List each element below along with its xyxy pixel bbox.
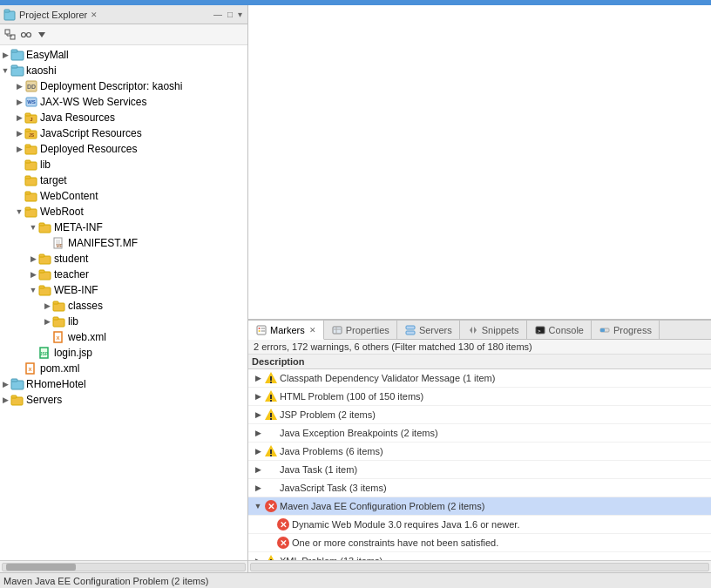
svg-point-6 (22, 32, 26, 37)
svg-rect-33 (25, 207, 30, 210)
tree-item-lib2[interactable]: ▶ lib (0, 314, 247, 329)
svg-rect-31 (25, 192, 30, 194)
tree-item-lib[interactable]: ▶ lib (0, 157, 247, 172)
description-column-header: Description (252, 356, 305, 367)
project-explorer-icon (3, 9, 16, 21)
markers-row-java-exception[interactable]: ▶ Java Exception Breakpoints (2 items) (248, 424, 711, 443)
tree-item-kaoshi[interactable]: ▼ kaoshi (0, 63, 247, 78)
tab-markers-close[interactable]: ✕ (309, 326, 316, 335)
row-icon-maven-sub1: ✕ (276, 517, 290, 531)
row-arrow-java-task: ▶ (252, 465, 264, 474)
tab-progress-label: Progress (613, 325, 652, 335)
tree-item-rhomehotel[interactable]: ▶ RHomeHotel (0, 376, 247, 392)
left-scrollbar[interactable] (0, 560, 247, 572)
row-icon-java-task (264, 463, 278, 476)
markers-row-maven-sub2[interactable]: ✕ One or more constraints have not been … (248, 534, 711, 552)
tree-item-webxml[interactable]: ▶ X web.xml (0, 329, 247, 345)
tree-arrow-webroot: ▼ (14, 207, 24, 216)
tab-progress[interactable]: Progress (592, 321, 660, 340)
tree-item-javascript-resources[interactable]: ▶ JS JavaScript Resources (0, 125, 247, 141)
tree-label-webroot: WebRoot (40, 206, 84, 218)
svg-text:J: J (30, 117, 32, 122)
webcontent-icon (24, 189, 38, 203)
tree-label-pomxml: pom.xml (40, 362, 79, 375)
tree-item-teacher[interactable]: ▶ teacher (0, 267, 247, 282)
link-with-editor-btn[interactable] (19, 28, 33, 42)
filter-info-row: 2 errors, 172 warnings, 6 others (Filter… (248, 340, 711, 355)
tree-label-kaoshi: kaoshi (26, 64, 57, 77)
row-icon-java-problems (264, 444, 278, 458)
tab-snippets[interactable]: Snippets (460, 321, 527, 340)
tree-item-deployment[interactable]: ▶ DD Deployment Descriptor: kaoshi (0, 78, 247, 94)
left-scrollbar-thumb[interactable] (6, 564, 76, 571)
tree-item-servers[interactable]: ▶ Servers (0, 392, 247, 408)
tree-item-webcontent[interactable]: ▶ WebContent (0, 188, 247, 204)
markers-row-maven-config[interactable]: ▼ ✕ Maven Java EE Configuration Problem … (248, 497, 711, 516)
row-arrow-java-problems: ▶ (252, 447, 264, 456)
svg-text:WS: WS (27, 99, 36, 105)
tree-item-loginjsp[interactable]: ▶ JSP login.jsp (0, 345, 247, 361)
tree-label-javascript-resources: JavaScript Resources (40, 127, 142, 139)
markers-row-html[interactable]: ▶ HTML Problem (100 of 150 items) (248, 388, 711, 406)
markers-row-maven-sub1[interactable]: ✕ Dynamic Web Module 3.0 requires Java 1… (248, 516, 711, 534)
panel-title-close-x[interactable]: ✕ (91, 10, 98, 19)
svg-rect-35 (39, 223, 44, 226)
tree-item-java-resources[interactable]: ▶ J Java Resources (0, 110, 247, 125)
classes-icon (52, 299, 66, 313)
svg-rect-13 (11, 65, 17, 68)
collapse-all-btn[interactable] (3, 28, 17, 42)
bottom-scrollbar[interactable] (248, 560, 711, 572)
markers-row-javascript-task[interactable]: ▶ JavaScript Task (3 items) (248, 479, 711, 497)
row-label-maven-config: Maven Java EE Configuration Problem (2 i… (280, 501, 484, 511)
row-arrow-html: ▶ (252, 392, 264, 401)
markers-tab-icon (255, 324, 267, 336)
tree-arrow-student: ▶ (28, 254, 38, 263)
tree-item-meta-inf[interactable]: ▼ META-INF (0, 220, 247, 235)
tree-label-student: student (54, 253, 88, 265)
tree-label-web-inf: WEB-INF (54, 284, 98, 296)
tab-properties[interactable]: Properties (324, 321, 397, 340)
svg-rect-19 (25, 113, 30, 116)
tree-item-deployed-resources[interactable]: ▶ Deployed Resources (0, 141, 247, 157)
tree-item-student[interactable]: ▶ student (0, 251, 247, 267)
panel-menu-btn[interactable]: ▾ (236, 10, 244, 19)
svg-rect-50 (53, 317, 58, 320)
markers-row-java-problems[interactable]: ▶ Java Problems (6 items) (248, 443, 711, 461)
tree-item-manifest[interactable]: ▶ MF MANIFEST.MF (0, 235, 247, 251)
tab-console[interactable]: >_ Console (527, 321, 592, 340)
easymall-icon (10, 48, 24, 62)
svg-point-7 (27, 32, 31, 37)
markers-row-jsp[interactable]: ▶ JSP Problem (2 items) (248, 406, 711, 424)
tree-item-easymall[interactable]: ▶ EasyMall (0, 47, 247, 63)
project-explorer-panel: Project Explorer ✕ — □ ▾ (0, 5, 248, 572)
markers-row-xml[interactable]: ▶ XML Problem (13 items) (248, 552, 711, 560)
tree-arrow-easymall: ▶ (0, 51, 10, 59)
tab-markers[interactable]: Markers ✕ (248, 321, 324, 340)
svg-rect-22 (25, 129, 30, 132)
tree-item-webroot[interactable]: ▼ WebRoot (0, 204, 247, 220)
tree-item-target[interactable]: ▶ target (0, 172, 247, 188)
tree-arrow-meta-inf: ▼ (28, 223, 38, 232)
row-label-html: HTML Problem (100 of 150 items) (280, 391, 423, 402)
markers-row-classpath[interactable]: ▶ Classpath Dependency Validator Message… (248, 369, 711, 388)
deployment-icon: DD (24, 79, 38, 93)
tree-arrow-web-inf: ▼ (28, 286, 38, 294)
deployed-resources-icon (24, 142, 38, 156)
webxml-icon: X (52, 330, 66, 344)
tree-arrow-classes: ▶ (42, 301, 52, 310)
svg-rect-70 (406, 331, 415, 335)
svg-rect-58 (11, 379, 17, 382)
maximize-btn[interactable]: □ (226, 10, 234, 19)
tree-item-pomxml[interactable]: ▶ X pom.xml (0, 361, 247, 376)
markers-row-java-task[interactable]: ▶ Java Task (1 item) (248, 461, 711, 479)
svg-rect-25 (25, 145, 30, 147)
markers-table: ▶ Classpath Dependency Validator Message… (248, 369, 711, 560)
tab-servers[interactable]: Servers (397, 321, 460, 340)
java-resources-icon: J (24, 111, 38, 125)
tree-item-classes[interactable]: ▶ classes (0, 298, 247, 314)
minimize-btn[interactable]: — (212, 10, 224, 19)
bottom-panel: Markers ✕ Properties (248, 320, 711, 572)
view-menu-btn[interactable] (35, 28, 49, 42)
tree-item-web-inf[interactable]: ▼ WEB-INF (0, 282, 247, 298)
tree-item-jaxws[interactable]: ▶ WS JAX-WS Web Services (0, 94, 247, 110)
